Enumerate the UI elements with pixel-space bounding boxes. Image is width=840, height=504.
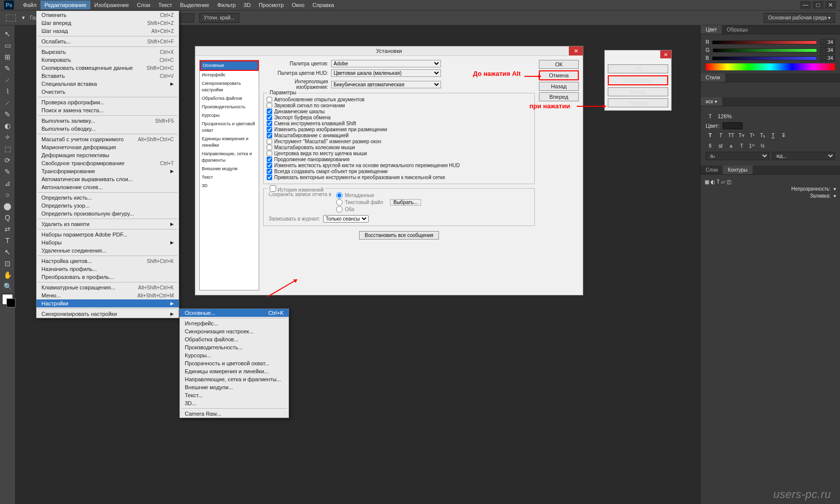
- smallcaps-icon[interactable]: Tᴛ: [737, 131, 746, 140]
- tab-character[interactable]: иск ▾: [701, 97, 722, 106]
- dialog-sidebar-item[interactable]: Производительность: [200, 103, 259, 111]
- tool-22[interactable]: 🔍: [1, 281, 14, 292]
- menu-item[interactable]: ОтменитьCtrl+Z: [36, 11, 179, 19]
- hud-picker-select[interactable]: Цветовая шкала (маленькая): [331, 69, 441, 77]
- strike-icon[interactable]: T: [779, 131, 788, 140]
- ae-icon[interactable]: ᴀ: [727, 141, 736, 150]
- color-picker-select[interactable]: Adobe: [331, 60, 441, 67]
- menu-item[interactable]: Определить произвольную фигуру...: [36, 210, 179, 218]
- menu-item[interactable]: Определить узор...: [36, 202, 179, 210]
- tab-swatches[interactable]: Образцы: [722, 25, 753, 34]
- submenu-item[interactable]: 3D...: [180, 399, 289, 407]
- hue-strip[interactable]: [706, 63, 835, 70]
- filter-adj-icon[interactable]: ◐: [711, 179, 715, 185]
- subscript-icon[interactable]: T₁: [758, 131, 767, 140]
- tool-19[interactable]: ↖: [1, 247, 14, 257]
- menu-item[interactable]: Определить кисть...: [36, 194, 179, 202]
- option-checkbox[interactable]: Привязать векторные инструменты и преобр…: [267, 175, 531, 180]
- dialog-sidebar-item[interactable]: Синхронизировать настройки: [200, 79, 259, 94]
- submenu-item[interactable]: Обработка файлов...: [180, 335, 289, 343]
- menu-item[interactable]: Трансформирование▶: [36, 167, 179, 175]
- submenu-item[interactable]: Camera Raw...: [180, 410, 289, 418]
- workspace-selector[interactable]: Основная рабочая среда ▾: [764, 13, 835, 23]
- submenu-item[interactable]: Прозрачность и цветовой охват...: [180, 359, 289, 367]
- g-slider[interactable]: [713, 48, 817, 52]
- tool-15[interactable]: ⬤: [1, 201, 14, 212]
- menu-редактирование[interactable]: Редактирование: [40, 0, 90, 9]
- minimize-button[interactable]: —: [800, 1, 811, 9]
- submenu-item[interactable]: Производительность...: [180, 343, 289, 351]
- option-checkbox[interactable]: Динамические шкалы: [267, 109, 531, 114]
- italic-icon[interactable]: T: [716, 131, 725, 140]
- dialog-sidebar-item[interactable]: Текст: [200, 173, 259, 182]
- menu-item[interactable]: Клавиатурные сокращения...Alt+Shift+Ctrl…: [36, 283, 179, 291]
- tool-13[interactable]: ⊿: [1, 178, 14, 189]
- menu-item[interactable]: Наборы параметров Adobe PDF...: [36, 231, 179, 239]
- menu-item[interactable]: Автоматически выравнивать слои...: [36, 175, 179, 183]
- half-icon[interactable]: ½: [758, 141, 767, 150]
- menu-изображение[interactable]: Изображение: [90, 0, 133, 9]
- tool-9[interactable]: ✧: [1, 132, 14, 143]
- dialog-sidebar-item[interactable]: Основные: [200, 60, 259, 71]
- cancel-button[interactable]: Отмена: [539, 70, 579, 80]
- menu-item[interactable]: Свободное трансформированиеCtrl+T: [36, 159, 179, 167]
- interp-select[interactable]: Бикубическая автоматическая: [331, 81, 441, 88]
- submenu-item[interactable]: Единицы измерения и линейки...: [180, 367, 289, 375]
- dialog-sidebar-item[interactable]: Курсоры: [200, 111, 259, 120]
- option-checkbox[interactable]: Всегда создавать смарт-объект при размещ…: [267, 169, 531, 174]
- option-checkbox[interactable]: Автообновление открытых документов: [267, 97, 531, 102]
- menu-item[interactable]: Выполнить обводку...: [36, 125, 179, 133]
- history-log-select[interactable]: Только сеансы: [323, 215, 369, 223]
- menu-item[interactable]: Выполнить заливку...Shift+F5: [36, 117, 179, 125]
- option-checkbox[interactable]: Инструмент "Масштаб" изменяет размер око…: [267, 139, 531, 144]
- option-checkbox[interactable]: Масштабирование с анимацией: [267, 133, 531, 138]
- menu-справка[interactable]: Справка: [309, 0, 338, 9]
- menu-item[interactable]: Настройка цветов...Shift+Ctrl+K: [36, 257, 179, 265]
- menu-item[interactable]: Очистить: [36, 88, 179, 96]
- dialog-sidebar-item[interactable]: Обработка файлов: [200, 94, 259, 103]
- history-radio-both[interactable]: [336, 206, 343, 213]
- tool-2[interactable]: ⊞: [1, 51, 14, 62]
- tool-5[interactable]: ⌇: [1, 86, 14, 97]
- filter-pixel-icon[interactable]: ▦: [705, 179, 709, 185]
- option-checkbox[interactable]: Продолжение панорамирования: [267, 157, 531, 162]
- menu-фильтр[interactable]: Фильтр: [213, 0, 240, 9]
- aa-select[interactable]: aₐ: [706, 152, 769, 160]
- tool-17[interactable]: ⇄: [1, 224, 14, 235]
- option-checkbox[interactable]: Изменять жесткость круглой кисти на осно…: [267, 163, 531, 168]
- 1st-icon[interactable]: 1ˢᵗ: [748, 141, 757, 150]
- r-value[interactable]: 34: [820, 39, 835, 45]
- superscript-icon[interactable]: T¹: [748, 131, 757, 140]
- submenu-item[interactable]: Курсоры...: [180, 351, 289, 359]
- bold-icon[interactable]: T: [706, 131, 715, 140]
- tool-3[interactable]: ✎: [1, 63, 14, 74]
- menu-item[interactable]: Назначить профиль...: [36, 265, 179, 273]
- lang-select[interactable]: жд...: [772, 152, 836, 160]
- tool-21[interactable]: ✋: [1, 269, 14, 280]
- dialog-sidebar-item[interactable]: 3D: [200, 182, 259, 190]
- choose-button[interactable]: Выбрать...: [390, 199, 421, 206]
- tool-6[interactable]: ⟋: [1, 97, 14, 108]
- option-checkbox[interactable]: Экспорт буфера обмена: [267, 115, 531, 120]
- menu-просмотр[interactable]: Просмотр: [255, 0, 288, 9]
- maximize-button[interactable]: □: [813, 1, 824, 9]
- submenu-item[interactable]: Внешние модули...: [180, 383, 289, 391]
- dialog-sidebar-item[interactable]: Интерфейс: [200, 71, 259, 79]
- menu-item[interactable]: Наборы▶: [36, 239, 179, 247]
- menu-item[interactable]: ВставитьCtrl+V: [36, 72, 179, 80]
- tab-layers[interactable]: Слои: [701, 166, 723, 174]
- menu-item[interactable]: Проверка орфографии...: [36, 98, 179, 106]
- menu-выделение[interactable]: Выделение: [176, 0, 213, 9]
- option-checkbox[interactable]: Изменить размер изображения при размещен…: [267, 127, 531, 132]
- close-button[interactable]: ✕: [825, 1, 836, 9]
- prev-button-2[interactable]: Назад: [608, 87, 668, 96]
- menu-item[interactable]: Меню...Alt+Shift+Ctrl+M: [36, 291, 179, 299]
- submenu-item[interactable]: Текст...: [180, 391, 289, 399]
- next-button-2[interactable]: Вперед: [608, 98, 668, 107]
- submenu-item[interactable]: Направляющие, сетка и фрагменты...: [180, 375, 289, 383]
- reset-button[interactable]: Сбросить: [608, 75, 668, 85]
- tool-10[interactable]: ⬚: [1, 143, 14, 154]
- tool-11[interactable]: ⟳: [1, 155, 14, 166]
- menu-item[interactable]: Марионеточная деформация: [36, 143, 179, 151]
- option-checkbox[interactable]: Звуковой сигнал по окончании: [267, 103, 531, 108]
